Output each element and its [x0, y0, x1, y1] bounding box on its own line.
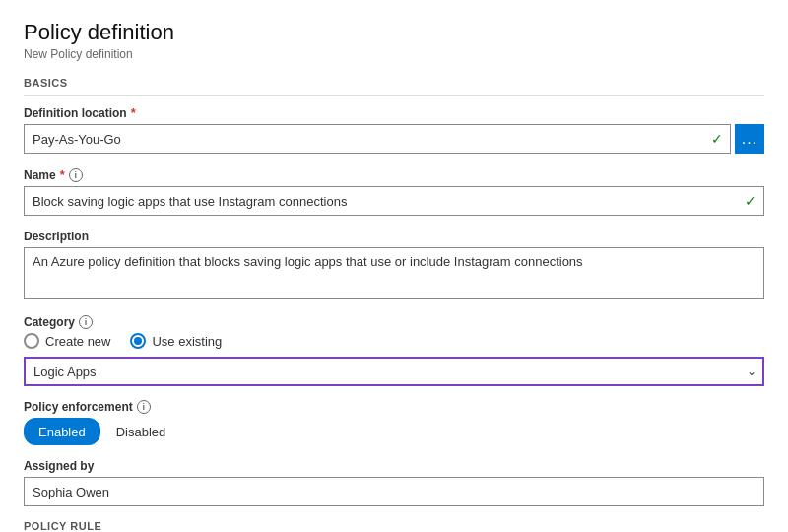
policy-rule-section: POLICY RULE ↧ Import sample policy defin… — [24, 520, 764, 532]
definition-location-group: Definition location * ✓ ... — [24, 105, 764, 154]
name-group: Name * i ✓ — [24, 167, 764, 216]
basics-section-header: BASICS — [24, 77, 764, 96]
definition-location-row: ✓ ... — [24, 124, 764, 154]
assigned-by-input[interactable] — [24, 477, 764, 506]
policy-enforcement-disabled-button[interactable]: Disabled — [102, 418, 180, 445]
policy-enforcement-enabled-button[interactable]: Enabled — [24, 418, 100, 445]
category-use-existing-label: Use existing — [152, 334, 222, 349]
description-label: Description — [24, 230, 764, 243]
assigned-by-group: Assigned by — [24, 459, 764, 506]
policy-enforcement-label: Policy enforcement i — [24, 400, 764, 414]
name-input-wrapper: ✓ — [24, 186, 764, 216]
category-info-icon[interactable]: i — [79, 315, 93, 329]
definition-location-browse-button[interactable]: ... — [735, 124, 764, 154]
name-input[interactable] — [24, 186, 764, 216]
category-label: Category i — [24, 315, 764, 329]
definition-location-required: * — [131, 105, 136, 120]
category-radio-group: Create new Use existing — [24, 333, 764, 349]
category-create-new-option[interactable]: Create new — [24, 333, 110, 349]
definition-location-check-icon: ✓ — [711, 131, 723, 147]
page-subtitle: New Policy definition — [24, 47, 764, 61]
category-use-existing-option[interactable]: Use existing — [130, 333, 222, 349]
policy-enforcement-group: Policy enforcement i Enabled Disabled — [24, 400, 764, 445]
policy-rule-section-header: POLICY RULE — [24, 520, 764, 532]
category-use-existing-radio — [130, 333, 146, 349]
description-group: Description An Azure policy definition t… — [24, 230, 764, 301]
category-group: Category i Create new Use existing Logic… — [24, 315, 764, 386]
category-create-new-label: Create new — [45, 334, 110, 349]
category-select[interactable]: Logic Apps Compute Storage Network — [24, 357, 764, 386]
category-select-wrapper: Logic Apps Compute Storage Network ⌄ — [24, 357, 764, 386]
definition-location-input-wrapper: ✓ — [24, 124, 731, 154]
policy-enforcement-toggle: Enabled Disabled — [24, 418, 764, 445]
policy-enforcement-info-icon[interactable]: i — [137, 400, 151, 414]
description-input[interactable]: An Azure policy definition that blocks s… — [24, 247, 764, 299]
definition-location-label: Definition location * — [24, 105, 764, 120]
name-required: * — [60, 167, 65, 182]
category-create-new-radio — [24, 333, 39, 349]
name-info-icon[interactable]: i — [69, 168, 83, 182]
name-label: Name * i — [24, 167, 764, 182]
definition-location-input[interactable] — [24, 124, 731, 154]
assigned-by-label: Assigned by — [24, 459, 764, 473]
name-check-icon: ✓ — [745, 193, 756, 209]
page-title: Policy definition — [24, 20, 764, 45]
